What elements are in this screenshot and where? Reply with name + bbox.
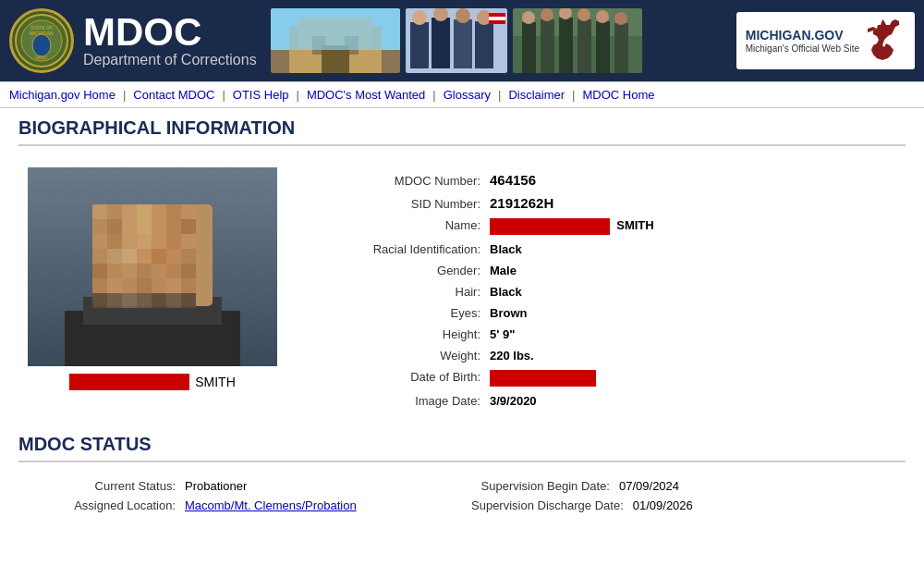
status-section-title: MDOC STATUS [18,434,906,462]
nav-glossary[interactable]: Glossary [444,88,491,102]
officers-image [406,8,507,73]
svg-rect-48 [137,204,152,219]
svg-rect-71 [166,249,181,264]
svg-point-38 [578,8,590,21]
bio-container: SMITH MDOC Number: 464156 SID Number: 21… [18,154,906,429]
nav-contact-mdoc[interactable]: Contact MDOC [133,88,214,102]
name-suffix: SMITH [616,218,653,232]
image-date-label: Image Date: [305,394,490,408]
nav-otis-help[interactable]: OTIS Help [233,88,289,102]
svg-rect-70 [152,249,166,264]
nav-sep-2: | [222,88,225,102]
mdoc-number-row: MDOC Number: 464156 [305,172,896,188]
status-section: MDOC STATUS Current Status: Probationer … [18,434,906,522]
hair-row: Hair: Black [305,285,896,299]
svg-rect-87 [92,293,107,308]
mugshot-photo [28,167,277,366]
svg-point-19 [412,10,427,25]
svg-rect-49 [152,204,166,219]
svg-rect-62 [137,234,152,249]
sid-value: 2191262H [490,195,553,211]
nav-sep-1: | [123,88,126,102]
current-status-value: Probationer [185,479,247,493]
svg-rect-74 [107,264,122,278]
svg-rect-15 [410,22,429,68]
photo-name-suffix: SMITH [195,375,236,389]
svg-rect-76 [137,264,152,278]
nav-most-wanted[interactable]: MDOC's Most Wanted [307,88,425,102]
svg-rect-26 [489,20,505,24]
assigned-location-link[interactable]: Macomb/Mt. Clemens/Probation [185,498,357,512]
photo-name-redacted [69,374,189,390]
svg-point-35 [522,11,535,24]
svg-point-4 [32,34,51,56]
nav-disclaimer[interactable]: Disclaimer [508,88,565,102]
eyes-row: Eyes: Brown [305,306,896,320]
dept-label: Department of Corrections [83,52,257,68]
mugshot-overlay [28,167,277,366]
michigan-map-icon [864,18,906,64]
svg-rect-60 [107,234,122,249]
svg-rect-55 [137,219,152,234]
svg-rect-18 [475,21,493,68]
eyes-label: Eyes: [305,306,490,320]
hair-label: Hair: [305,285,490,299]
svg-point-39 [596,10,609,23]
sid-label: SID Number: [305,197,490,211]
svg-rect-86 [181,278,196,293]
supervision-begin-value: 07/09/2024 [619,479,679,493]
svg-rect-52 [92,219,107,234]
gender-row: Gender: Male [305,264,896,277]
svg-rect-17 [454,19,472,68]
svg-rect-34 [614,23,628,73]
svg-rect-63 [152,234,166,249]
photo-area: SMITH [28,167,277,390]
michigan-gov-badge: MICHIGAN.GOV Michigan's Official Web Sit… [736,12,915,69]
bio-info-table: MDOC Number: 464156 SID Number: 2191262H… [305,172,896,415]
eyes-value: Brown [490,306,527,320]
svg-rect-58 [181,219,196,234]
name-row: Name: SMITH [305,218,896,235]
supervision-discharge-row: Supervision Discharge Date: 01/09/2026 [471,498,887,512]
navigation: Michigan.gov Home | Contact MDOC | OTIS … [0,81,924,108]
svg-rect-66 [92,249,107,264]
svg-rect-69 [137,249,152,264]
racial-id-value: Black [490,242,522,256]
svg-point-21 [456,8,470,23]
svg-rect-45 [92,204,107,219]
image-date-value: 3/9/2020 [490,394,537,408]
svg-rect-16 [432,18,450,68]
nav-sep-6: | [572,88,575,102]
weight-row: Weight: 220 lbs. [305,349,896,363]
svg-rect-92 [166,293,181,308]
svg-rect-47 [122,204,137,219]
current-status-label: Current Status: [37,479,185,493]
svg-rect-56 [152,219,166,234]
svg-rect-73 [92,264,107,278]
name-value: SMITH [490,218,654,235]
svg-rect-81 [107,278,122,293]
supervision-discharge-value: 01/09/2026 [633,498,693,512]
building-image [271,8,400,73]
michigan-gov-label: MICHIGAN.GOV [746,28,859,43]
current-status-row: Current Status: Probationer [37,479,453,493]
weight-label: Weight: [305,349,490,363]
height-label: Height: [305,327,490,341]
dob-label: Date of Birth: [305,370,490,384]
dob-redacted [490,370,596,387]
svg-rect-93 [181,293,196,308]
svg-rect-91 [152,293,166,308]
supervision-begin-label: Supervision Begin Date: [471,479,619,493]
state-seal: STATE OF MICHIGAN MDOC [9,8,74,73]
header-images [271,8,723,73]
racial-id-label: Racial Identification: [305,242,490,256]
assigned-location-label: Assigned Location: [37,498,185,512]
svg-rect-65 [181,234,196,249]
svg-point-40 [614,12,627,25]
nav-michigan-home[interactable]: Michigan.gov Home [9,88,116,102]
name-redacted [490,218,610,235]
svg-rect-72 [181,249,196,264]
page-content: BIOGRAPHICAL INFORMATION [0,108,924,531]
svg-rect-57 [166,219,181,234]
nav-mdoc-home[interactable]: MDOC Home [582,88,654,102]
